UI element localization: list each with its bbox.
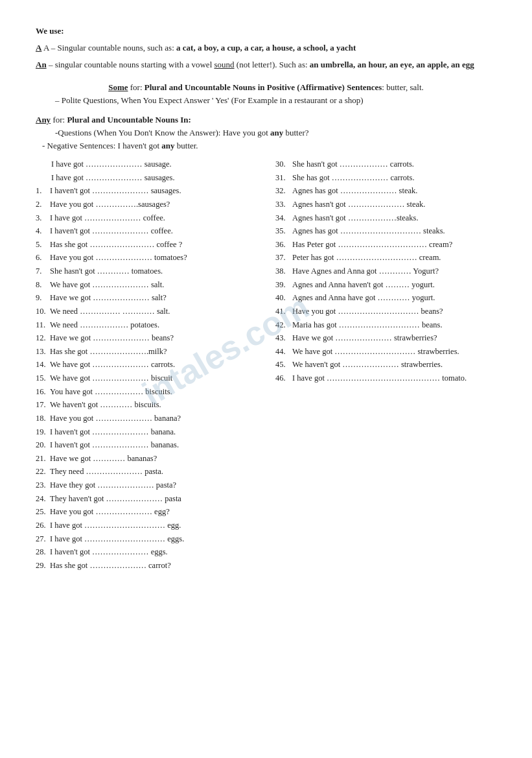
ex-text: They need ………………… pasta. <box>50 467 163 476</box>
ex-number: 6. <box>36 251 50 265</box>
ex-text: I haven't got ………………… bananas. <box>50 440 179 449</box>
list-item: 12.Have we got ………………… beans? <box>36 331 275 345</box>
list-item: 20.I haven't got ………………… bananas. <box>36 438 275 452</box>
list-item: 35.Agnes has got ………………………… steaks. <box>275 224 496 238</box>
ex-number: 3. <box>36 211 50 225</box>
list-item: 23.Have they got ………………… pasta? <box>36 479 275 492</box>
a-label: A <box>36 43 41 53</box>
ex-number: 29. <box>36 559 50 573</box>
negative-line: - Negative Sentences: I haven't got any … <box>42 141 496 151</box>
ex-number: 20. <box>36 438 50 452</box>
list-item: 44.We have got ………………………… strawberries. <box>275 345 496 359</box>
ex-text: I have got …………………………………… tomato. <box>292 373 467 383</box>
list-item: 14.We have got ………………… carrots. <box>36 358 275 372</box>
list-item: I have got ………………… sausage. <box>36 158 275 171</box>
ex-number: 13. <box>36 345 50 359</box>
list-item: 27.I have got ………………………… eggs. <box>36 532 275 546</box>
an-rule-line: An – singular countable nouns starting w… <box>36 58 496 71</box>
ex-number: 1. <box>36 184 50 198</box>
list-item: 42.Maria has got ………………………… beans. <box>275 318 496 332</box>
any-label: Any <box>36 115 51 124</box>
ex-number: 16. <box>36 385 50 399</box>
ex-text: Have they got ………………… pasta? <box>50 480 176 490</box>
ex-number: 15. <box>36 372 50 385</box>
ex-text: I haven't got ………………… banana. <box>50 427 176 436</box>
ex-number: 27. <box>36 532 50 546</box>
ex-text: We have got ………………… salt. <box>50 280 164 289</box>
ex-text: She hasn't got ……………… carrots. <box>292 160 414 169</box>
ex-text: Has she got ………………….milk? <box>50 347 167 356</box>
ex-number: 35. <box>275 224 292 238</box>
ex-text: We have got ………………………… strawberries. <box>292 347 459 356</box>
ex-number: 11. <box>36 318 50 332</box>
ex-text: Have we got ………………… beans? <box>50 333 174 342</box>
ex-number: 31. <box>275 171 292 185</box>
ex-number: 28. <box>36 545 50 559</box>
ex-text: Agnes has got ………………………… steaks. <box>292 226 445 235</box>
list-item: 28.I haven't got ………………… eggs. <box>36 545 275 559</box>
ex-number: 39. <box>275 278 292 292</box>
list-item: I have got ………………… sausages. <box>36 171 275 185</box>
ex-text: I have got ………………… coffee. <box>50 213 165 222</box>
list-item: 4.I haven't got ………………… coffee. <box>36 224 275 238</box>
ex-number: 21. <box>36 452 50 466</box>
we-use-label: We use: <box>36 26 496 36</box>
list-item: 31.She has got ………………… carrots. <box>275 171 496 185</box>
ex-number: 8. <box>36 278 50 292</box>
exercises-container: I have got ………………… sausage.I have got ……… <box>36 158 496 572</box>
list-item: 46.I have got …………………………………… tomato. <box>275 372 496 385</box>
any-text: for: Plural and Uncountable Nouns In: <box>52 115 191 124</box>
a-rule-line: A A – Singular countable nouns, such as:… <box>36 41 496 54</box>
left-column: I have got ………………… sausage.I have got ……… <box>36 158 275 572</box>
ex-number: 34. <box>275 211 292 225</box>
list-item: 39.Agnes and Anna haven't got ……… yogurt… <box>275 278 496 292</box>
list-item: 33.Agnes hasn't got ………………… steak. <box>275 198 496 211</box>
ex-number: 18. <box>36 412 50 425</box>
ex-text: Have you got ………………… tomatoes? <box>50 253 187 262</box>
list-item: 24.They haven't got ………………… pasta <box>36 492 275 506</box>
some-text: for: Plural and Uncountable Nouns in Pos… <box>130 82 424 92</box>
an-label: An <box>36 60 47 69</box>
ex-number: 38. <box>275 265 292 278</box>
list-item: 11.We need ……………… potatoes. <box>36 318 275 332</box>
list-item: 8.We have got ………………… salt. <box>36 278 275 292</box>
ex-text: Agnes hasn't got ………………… steak. <box>292 200 425 209</box>
ex-text: Have we got ………… bananas? <box>50 454 157 463</box>
ex-text: Have you got ………………………… beans? <box>292 307 443 316</box>
list-item: 2.Have you got …………….sausages? <box>36 198 275 211</box>
right-column: 30.She hasn't got ……………… carrots.31.She … <box>275 158 496 572</box>
some-header: Some for: Plural and Uncountable Nouns i… <box>36 82 496 93</box>
ex-text: I have got ………………… sausage. <box>51 160 172 169</box>
ex-text: We haven't got ………… biscuits. <box>50 400 161 409</box>
ex-text: I have got ………………………… eggs. <box>50 534 184 543</box>
list-item: 1.I haven't got ………………… sausages. <box>36 184 275 198</box>
ex-number: 36. <box>275 238 292 252</box>
ex-text: Have you got ………………… egg? <box>50 507 170 516</box>
ex-text: Maria has got ………………………… beans. <box>292 320 443 329</box>
list-item: 32.Agnes has got ………………… steak. <box>275 184 496 198</box>
a-rule-text: A – Singular countable nouns, such as: <box>43 43 174 53</box>
ex-text: Peter has got ………………………… cream. <box>292 253 441 262</box>
an-sound: sound <box>214 60 235 69</box>
ex-text: Have we got ………………… strawberries? <box>292 333 437 342</box>
a-examples: a cat, a boy, a cup, a car, a house, a s… <box>176 43 356 53</box>
ex-number: 42. <box>275 318 292 332</box>
ex-number: 43. <box>275 331 292 345</box>
ex-text: We haven't got ………………… strawberries. <box>292 360 443 369</box>
ex-text: Have we got ………………… salt? <box>50 293 167 302</box>
an-dash: – singular countable nouns starting with… <box>49 60 214 69</box>
any-header: Any for: Plural and Uncountable Nouns In… <box>36 115 496 125</box>
ex-number: 26. <box>36 519 50 532</box>
questions-line: -Questions (When You Don't Know the Answ… <box>55 128 496 138</box>
list-item: 6.Have you got ………………… tomatoes? <box>36 251 275 265</box>
ex-text: I haven't got ………………… sausages. <box>50 186 181 195</box>
ex-number: 5. <box>36 238 50 252</box>
ex-text: We need …………… ………… salt. <box>50 307 170 316</box>
an-examples: an umbrella, an hour, an eye, an apple, … <box>310 60 474 69</box>
ex-text: Has she got …………………… coffee ? <box>50 240 182 249</box>
ex-text: Has she got ………………… carrot? <box>50 561 171 570</box>
ex-number: 37. <box>275 251 292 265</box>
ex-number: 40. <box>275 291 292 305</box>
ex-text: I have got ………………… sausages. <box>51 173 175 182</box>
ex-number: 25. <box>36 505 50 519</box>
